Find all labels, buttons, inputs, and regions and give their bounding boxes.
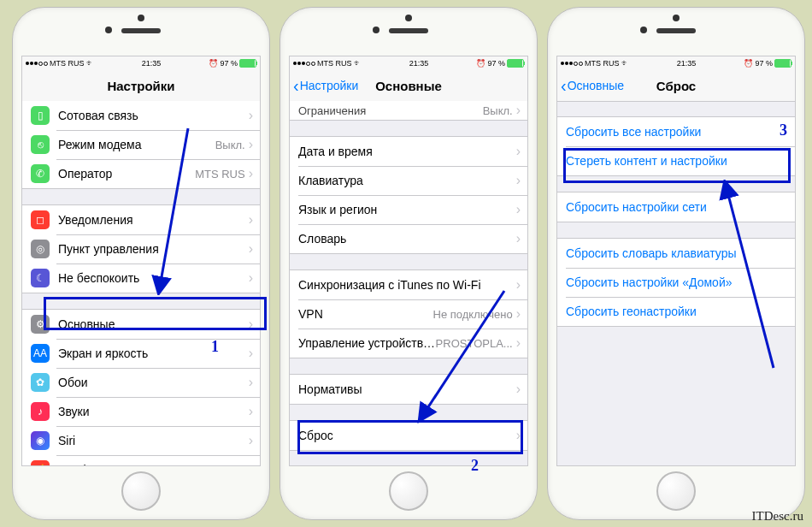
ic-cc-icon: ◎: [31, 240, 50, 258]
row-gen-5[interactable]: ☝ Touch ID и код-пароль ›: [22, 455, 260, 465]
camera-dot: [373, 27, 380, 33]
sensor-dot: [138, 15, 144, 21]
row-label: Синхронизация с iTunes по Wi-Fi: [298, 278, 516, 292]
chevron-right-icon: ›: [249, 241, 253, 257]
row-sync-0[interactable]: Синхронизация с iTunes по Wi-Fi ›: [290, 270, 527, 299]
row-label: VPN: [298, 307, 433, 321]
row-conn-2[interactable]: ✆ Оператор MTS RUS ›: [22, 159, 260, 188]
row-dt-3[interactable]: Словарь ›: [290, 224, 527, 253]
battery-pct: 97 %: [755, 59, 773, 68]
row-notif-1[interactable]: ◎ Пункт управления ›: [22, 234, 260, 264]
speaker-slot: [656, 28, 696, 33]
battery-pct: 97 %: [220, 59, 238, 68]
row-conn-0[interactable]: ▯ Сотовая связь ›: [22, 101, 260, 130]
row-label: Сбросить геонастройки: [566, 305, 788, 318]
carrier-label: MTS RUS: [585, 59, 620, 68]
battery-icon: [239, 59, 256, 68]
chevron-right-icon: ›: [516, 428, 521, 443]
chevron-right-icon: ›: [516, 306, 521, 322]
row-sync-1[interactable]: VPN Не подключено ›: [290, 299, 527, 329]
chevron-right-icon: ›: [249, 462, 253, 465]
chevron-right-icon: ›: [516, 231, 521, 246]
row-r3-2[interactable]: Сбросить геонастройки: [557, 297, 795, 326]
row-dt-2[interactable]: Язык и регион ›: [290, 195, 527, 224]
nav-bar: ‹ Настройки Основные: [290, 70, 527, 102]
row-reset-0[interactable]: Сброс ›: [290, 421, 527, 450]
chevron-right-icon: ›: [516, 277, 521, 293]
row-label: Siri: [58, 434, 249, 447]
general-list[interactable]: Ограничения Выкл. › Дата и время › Клави…: [290, 101, 527, 465]
status-bar: MTS RUS ᯤ 21:35 ⏰ 97 %: [557, 56, 795, 70]
row-label: Экран и яркость: [58, 346, 249, 360]
row-restrictions[interactable]: Ограничения Выкл. ›: [290, 101, 527, 120]
row-r1-1[interactable]: Стереть контент и настройки: [557, 146, 795, 175]
speaker-slot: [121, 28, 161, 33]
row-r2-0[interactable]: Сбросить настройки сети: [557, 192, 795, 222]
back-button[interactable]: ‹ Основные: [557, 77, 624, 94]
group-notifications: ◻ Уведомления › ◎ Пункт управления › ☾ Н…: [22, 204, 260, 293]
group-regulatory: Нормативы ›: [290, 374, 527, 405]
row-label: Сбросить словарь клавиатуры: [566, 246, 788, 260]
row-conn-1[interactable]: ⎋ Режим модема Выкл. ›: [22, 130, 260, 159]
wifi-icon: ᯤ: [621, 59, 629, 68]
row-r1-0[interactable]: Сбросить все настройки: [557, 117, 795, 146]
phone-2: MTS RUS ᯤ 21:35 ⏰ 97 % ‹ Настройки Основ…: [279, 7, 538, 520]
home-button[interactable]: [389, 471, 428, 511]
ic-siri-icon: ◉: [31, 431, 50, 450]
row-gen-4[interactable]: ◉ Siri ›: [22, 426, 260, 455]
group-sync: Синхронизация с iTunes по Wi-Fi › VPN Не…: [290, 269, 527, 358]
home-button[interactable]: [656, 471, 696, 511]
home-button[interactable]: [121, 471, 161, 511]
row-label: Touch ID и код-пароль: [58, 463, 249, 465]
group-partial: Ограничения Выкл. ›: [290, 101, 527, 121]
camera-dot: [105, 27, 112, 33]
chevron-right-icon: ›: [516, 173, 521, 188]
group-datetime: Дата и время › Клавиатура › Язык и регио…: [290, 136, 527, 254]
ic-disp-icon: AA: [31, 344, 50, 363]
ic-hot-icon: ⎋: [31, 135, 50, 154]
chevron-right-icon: ›: [516, 103, 521, 118]
row-sync-2[interactable]: Управление устройством PROSTOPLA... ›: [290, 329, 527, 358]
reset-list[interactable]: Сбросить все настройки Стереть контент и…: [557, 101, 795, 465]
row-label: Не беспокоить: [58, 271, 249, 285]
alarm-icon: ⏰: [209, 59, 218, 68]
clock: 21:35: [677, 59, 697, 68]
battery-icon: [507, 59, 524, 68]
settings-list[interactable]: ▯ Сотовая связь › ⎋ Режим модема Выкл. ›…: [22, 101, 260, 465]
group-general: ⚙ Основные › AA Экран и яркость › ✿ Обои…: [22, 309, 260, 465]
clock: 21:35: [142, 59, 162, 68]
row-r3-1[interactable]: Сбросить настройки «Домой»: [557, 268, 795, 297]
row-gen-1[interactable]: AA Экран и яркость ›: [22, 339, 260, 368]
alarm-icon: ⏰: [744, 59, 753, 68]
wifi-icon: ᯤ: [354, 59, 362, 68]
chevron-right-icon: ›: [249, 433, 253, 448]
row-r3-0[interactable]: Сбросить словарь клавиатуры: [557, 239, 795, 268]
status-bar: MTS RUS ᯤ 21:35 ⏰ 97 %: [290, 56, 527, 70]
row-dt-1[interactable]: Клавиатура ›: [290, 166, 527, 195]
row-notif-0[interactable]: ◻ Уведомления ›: [22, 205, 260, 234]
screen-2: MTS RUS ᯤ 21:35 ⏰ 97 % ‹ Настройки Основ…: [289, 56, 528, 466]
row-label: Основные: [58, 317, 249, 331]
screen-3: MTS RUS ᯤ 21:35 ⏰ 97 % ‹ Основные Сброс …: [556, 56, 796, 466]
page-title: Настройки: [22, 79, 260, 93]
row-reg-0[interactable]: Нормативы ›: [290, 375, 527, 404]
row-gen-0[interactable]: ⚙ Основные ›: [22, 310, 260, 339]
camera-dot: [640, 27, 647, 33]
row-notif-2[interactable]: ☾ Не беспокоить ›: [22, 264, 260, 293]
chevron-right-icon: ›: [516, 202, 521, 217]
row-value: Не подключено: [433, 308, 513, 321]
back-button[interactable]: ‹ Настройки: [290, 77, 358, 94]
ic-snd-icon: ♪: [31, 402, 50, 421]
ic-cell-icon: ▯: [31, 106, 50, 125]
row-value: PROSTOPLA...: [436, 337, 513, 350]
row-gen-2[interactable]: ✿ Обои ›: [22, 368, 260, 397]
chevron-left-icon: ‹: [293, 77, 299, 94]
chevron-right-icon: ›: [249, 375, 253, 390]
chevron-right-icon: ›: [516, 382, 521, 397]
battery-pct: 97 %: [487, 59, 505, 68]
row-label: Звуки: [58, 405, 249, 418]
row-gen-3[interactable]: ♪ Звуки ›: [22, 397, 260, 426]
group-reset: Сброс ›: [290, 420, 527, 451]
wifi-icon: ᯤ: [86, 59, 94, 68]
row-dt-0[interactable]: Дата и время ›: [290, 137, 527, 166]
